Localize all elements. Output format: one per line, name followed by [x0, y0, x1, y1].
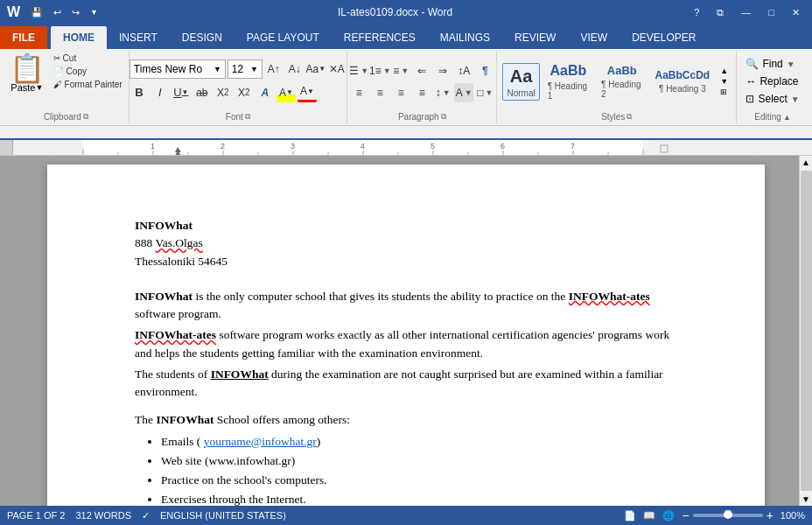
decrease-font-btn[interactable]: A↓	[285, 60, 304, 79]
styles-expand[interactable]: ⊞	[718, 88, 731, 97]
font-label: Font	[226, 112, 243, 122]
align-center-btn[interactable]: ≡	[370, 83, 389, 102]
tab-developer[interactable]: DEVELOPER	[620, 26, 708, 49]
list-item-practice: Practice on the school's computers.	[161, 472, 677, 489]
proofing-icon[interactable]: ✓	[142, 510, 150, 522]
restore-btn[interactable]: ⧉	[711, 5, 729, 20]
bullets-btn[interactable]: ☰▼	[349, 61, 368, 80]
change-case-btn[interactable]: Aa▼	[306, 60, 326, 79]
page-count: PAGE 1 OF 2	[7, 510, 65, 521]
clipboard-expand-icon[interactable]: ⧉	[83, 112, 88, 122]
tab-view[interactable]: VIEW	[568, 26, 620, 49]
vertical-scrollbar[interactable]: ▲ ▼	[799, 156, 812, 506]
style-heading1[interactable]: AaBb ¶ Heading 1	[543, 60, 593, 102]
styles-expand-icon[interactable]: ⧉	[626, 112, 632, 122]
tab-page-layout[interactable]: PAGE LAYOUT	[234, 26, 332, 49]
ribbon-bottom-bar	[0, 126, 812, 140]
save-quick-btn[interactable]: 💾	[27, 5, 46, 20]
style-heading1-label: ¶ Heading 1	[548, 81, 589, 101]
copy-button[interactable]: 📄 Copy	[50, 66, 126, 77]
font-name-dropdown[interactable]: Times New Ro ▼	[130, 60, 226, 79]
font-expand-icon[interactable]: ⧉	[245, 112, 250, 122]
zoom-slider[interactable]	[693, 514, 763, 517]
doc-left-margin	[0, 156, 13, 506]
tab-home[interactable]: HOME	[51, 26, 107, 49]
minimize-btn[interactable]: —	[736, 5, 756, 19]
para-3: The students of INFOWhat during the exam…	[135, 366, 677, 402]
tab-references[interactable]: REFERENCES	[332, 26, 428, 49]
styles-scroll-down[interactable]: ▼	[718, 77, 731, 87]
scroll-thumb[interactable]	[801, 171, 812, 491]
redo-quick-btn[interactable]: ↪	[68, 5, 83, 20]
editing-collapse-icon[interactable]: ▲	[783, 113, 791, 122]
borders-btn[interactable]: □▼	[475, 83, 494, 102]
style-heading2[interactable]: AaBb ¶ Heading 2	[597, 61, 647, 102]
maximize-btn[interactable]: □	[763, 5, 780, 19]
tab-mailings[interactable]: MAILINGS	[428, 26, 502, 49]
text-effect-btn[interactable]: A	[256, 83, 275, 102]
doc-page[interactable]: INFOWhat 888 Vas.Olgas Thessaloniki 5464…	[47, 164, 765, 506]
tab-file[interactable]: FILE	[0, 26, 47, 49]
paragraph-label: Paragraph	[398, 112, 439, 122]
align-left-btn[interactable]: ≡	[349, 83, 368, 102]
undo-quick-btn[interactable]: ↩	[50, 5, 65, 20]
line-spacing-btn[interactable]: ↕▼	[433, 83, 452, 102]
justify-btn[interactable]: ≡	[412, 83, 431, 102]
increase-font-btn[interactable]: A↑	[264, 60, 284, 79]
underline-button[interactable]: U▼	[172, 83, 191, 102]
format-painter-button[interactable]: 🖌 Format Painter	[50, 79, 126, 90]
clear-formatting-btn[interactable]: ✕A	[327, 60, 346, 79]
view-print-btn[interactable]: 📄	[624, 510, 636, 522]
sort-btn[interactable]: ↕A	[454, 61, 473, 80]
style-heading3-preview: AaBbCcDd	[655, 69, 710, 81]
decrease-indent-btn[interactable]: ⇐	[412, 61, 431, 80]
replace-icon: ↔	[746, 75, 756, 88]
replace-button[interactable]: ↔ Replace	[740, 74, 804, 89]
view-read-btn[interactable]: 📖	[643, 510, 655, 522]
select-button[interactable]: ⊡ Select ▼	[740, 91, 804, 107]
find-button[interactable]: 🔍 Find ▼	[740, 56, 804, 72]
ribbon-tabs: FILE HOME INSERT DESIGN PAGE LAYOUT REFE…	[0, 24, 812, 49]
language[interactable]: ENGLISH (UNITED STATES)	[160, 510, 286, 521]
font-color-btn[interactable]: A▼	[298, 83, 317, 102]
styles-scroll-up[interactable]: ▲	[718, 66, 731, 76]
style-normal[interactable]: Aa Normal	[502, 63, 539, 101]
scroll-down-btn[interactable]: ▼	[800, 493, 812, 506]
zoom-in-btn[interactable]: +	[766, 508, 774, 522]
doc-scroll-area[interactable]: INFOWhat 888 Vas.Olgas Thessaloniki 5464…	[13, 156, 799, 506]
multilevel-list-btn[interactable]: ≡▼	[391, 61, 410, 80]
cut-button[interactable]: ✂ Cut	[50, 52, 126, 64]
scroll-up-btn[interactable]: ▲	[800, 156, 812, 169]
style-heading3[interactable]: AaBbCcDd ¶ Heading 3	[651, 66, 715, 95]
show-hide-btn[interactable]: ¶	[475, 61, 494, 80]
customize-quick-btn[interactable]: ▼	[87, 6, 102, 18]
status-right: 📄 📖 🌐 − + 100%	[624, 508, 805, 522]
address-spellcheck: Vas.Olgas	[155, 236, 202, 249]
paste-button[interactable]: 📋 Paste▼	[6, 52, 48, 94]
ruler: 1 2 3 4 5 6 7	[0, 140, 812, 156]
infowhat-ates-bold-2: INFOWhat-ates	[135, 328, 216, 341]
tab-insert[interactable]: INSERT	[107, 26, 170, 49]
text-highlight-btn[interactable]: A▼	[276, 83, 296, 102]
bold-button[interactable]: B	[130, 83, 149, 102]
tab-design[interactable]: DESIGN	[170, 26, 234, 49]
font-size-dropdown[interactable]: 12 ▼	[228, 60, 262, 79]
find-label: Find	[762, 58, 782, 70]
quick-access-toolbar: W 💾 ↩ ↪ ▼	[7, 4, 102, 20]
italic-button[interactable]: I	[150, 83, 170, 102]
view-web-btn[interactable]: 🌐	[662, 510, 675, 522]
shading-btn[interactable]: A▼	[454, 83, 473, 102]
help-btn[interactable]: ?	[689, 5, 704, 19]
numbering-btn[interactable]: 1≡▼	[370, 61, 389, 80]
infowhat-ates-bold-1: INFOWhat-ates	[569, 290, 650, 303]
subscript-btn[interactable]: X2	[214, 83, 233, 102]
tab-review[interactable]: REVIEW	[502, 26, 568, 49]
increase-indent-btn[interactable]: ⇒	[433, 61, 452, 80]
email-link[interactable]: yourname@infowhat.gr	[204, 435, 317, 448]
superscript-btn[interactable]: X2	[234, 83, 254, 102]
strikethrough-btn[interactable]: ab	[192, 83, 212, 102]
close-btn[interactable]: ✕	[787, 5, 805, 20]
paragraph-expand-icon[interactable]: ⧉	[441, 112, 446, 122]
zoom-out-btn[interactable]: −	[682, 508, 689, 522]
align-right-btn[interactable]: ≡	[391, 83, 410, 102]
